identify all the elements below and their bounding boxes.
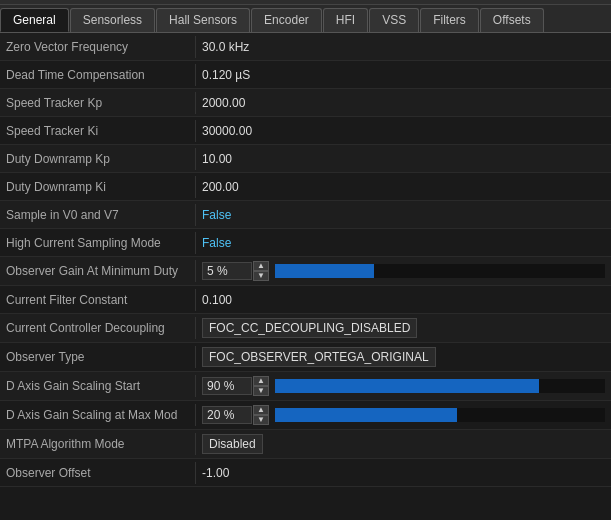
progress-bar-container bbox=[275, 408, 605, 422]
tab-filters[interactable]: Filters bbox=[420, 8, 479, 32]
row-label: D Axis Gain Scaling at Max Mod bbox=[0, 404, 196, 426]
table-row: Speed Tracker Ki30000.00 bbox=[0, 117, 611, 145]
row-value: 10.00 bbox=[202, 152, 232, 166]
row-value: -1.00 bbox=[202, 466, 229, 480]
spinner-value[interactable]: 20 % bbox=[202, 406, 252, 424]
row-label: Current Filter Constant bbox=[0, 289, 196, 311]
spinner-wrapper: 5 %▲▼ bbox=[202, 261, 605, 281]
row-value: 30000.00 bbox=[202, 124, 252, 138]
row-label: Sample in V0 and V7 bbox=[0, 204, 196, 226]
tab-bar: GeneralSensorlessHall SensorsEncoderHFIV… bbox=[0, 5, 611, 33]
progress-bar-container bbox=[275, 379, 605, 393]
row-value-cell: -1.00 bbox=[196, 462, 611, 484]
table-row: Zero Vector Frequency30.0 kHz bbox=[0, 33, 611, 61]
row-value: 0.100 bbox=[202, 293, 232, 307]
row-label: Speed Tracker Kp bbox=[0, 92, 196, 114]
row-value-cell: FOC_CC_DECOUPLING_DISABLED bbox=[196, 314, 611, 342]
tab-offsets[interactable]: Offsets bbox=[480, 8, 544, 32]
row-value[interactable]: False bbox=[202, 208, 231, 222]
row-label: Observer Type bbox=[0, 346, 196, 368]
spinner-up-button[interactable]: ▲ bbox=[253, 261, 269, 271]
table-row: Dead Time Compensation0.120 µS bbox=[0, 61, 611, 89]
progress-bar-fill bbox=[275, 264, 374, 278]
spinner-up-button[interactable]: ▲ bbox=[253, 376, 269, 386]
spinner-up-button[interactable]: ▲ bbox=[253, 405, 269, 415]
row-value: 200.00 bbox=[202, 180, 239, 194]
tab-general[interactable]: General bbox=[0, 8, 69, 32]
content-area: Zero Vector Frequency30.0 kHzDead Time C… bbox=[0, 33, 611, 487]
row-value-cell: 30000.00 bbox=[196, 120, 611, 142]
tab-sensorless[interactable]: Sensorless bbox=[70, 8, 155, 32]
row-value-cell: 0.120 µS bbox=[196, 64, 611, 86]
row-value-cell: FOC_OBSERVER_ORTEGA_ORIGINAL bbox=[196, 343, 611, 371]
row-value: 30.0 kHz bbox=[202, 40, 249, 54]
spinner-buttons: ▲▼ bbox=[253, 376, 269, 396]
progress-bar-fill bbox=[275, 379, 539, 393]
row-value-cell: 5 %▲▼ bbox=[196, 257, 611, 285]
table-row: D Axis Gain Scaling at Max Mod20 %▲▼ bbox=[0, 401, 611, 430]
row-value-cell: 10.00 bbox=[196, 148, 611, 170]
table-row: Duty Downramp Kp10.00 bbox=[0, 145, 611, 173]
row-label: Current Controller Decoupling bbox=[0, 317, 196, 339]
table-row: Speed Tracker Kp2000.00 bbox=[0, 89, 611, 117]
row-value-cell: 0.100 bbox=[196, 289, 611, 311]
row-label: Observer Offset bbox=[0, 462, 196, 484]
spinner-down-button[interactable]: ▼ bbox=[253, 415, 269, 425]
row-value: 2000.00 bbox=[202, 96, 245, 110]
table-row: Current Filter Constant0.100 bbox=[0, 286, 611, 314]
table-row: D Axis Gain Scaling Start90 %▲▼ bbox=[0, 372, 611, 401]
spinner-value[interactable]: 90 % bbox=[202, 377, 252, 395]
progress-bar-container bbox=[275, 264, 605, 278]
row-value-cell: 200.00 bbox=[196, 176, 611, 198]
row-value-cell: False bbox=[196, 204, 611, 226]
spinner-value[interactable]: 5 % bbox=[202, 262, 252, 280]
progress-bar-fill bbox=[275, 408, 457, 422]
row-value-cell: 90 %▲▼ bbox=[196, 372, 611, 400]
row-label: Zero Vector Frequency bbox=[0, 36, 196, 58]
spinner-down-button[interactable]: ▼ bbox=[253, 386, 269, 396]
row-label: High Current Sampling Mode bbox=[0, 232, 196, 254]
row-label: D Axis Gain Scaling Start bbox=[0, 375, 196, 397]
table-row: Duty Downramp Ki200.00 bbox=[0, 173, 611, 201]
tab-encoder[interactable]: Encoder bbox=[251, 8, 322, 32]
table-row: Observer TypeFOC_OBSERVER_ORTEGA_ORIGINA… bbox=[0, 343, 611, 372]
tab-hall-sensors[interactable]: Hall Sensors bbox=[156, 8, 250, 32]
row-value[interactable]: False bbox=[202, 236, 231, 250]
tab-vss[interactable]: VSS bbox=[369, 8, 419, 32]
spinner-wrapper: 90 %▲▼ bbox=[202, 376, 605, 396]
row-label: Observer Gain At Minimum Duty bbox=[0, 260, 196, 282]
table-row: Observer Gain At Minimum Duty5 %▲▼ bbox=[0, 257, 611, 286]
row-value-cell: 30.0 kHz bbox=[196, 36, 611, 58]
row-label: MTPA Algorithm Mode bbox=[0, 433, 196, 455]
row-value-cell: False bbox=[196, 232, 611, 254]
row-label: Duty Downramp Ki bbox=[0, 176, 196, 198]
select-value[interactable]: Disabled bbox=[202, 434, 263, 454]
table-row: Current Controller DecouplingFOC_CC_DECO… bbox=[0, 314, 611, 343]
row-label: Dead Time Compensation bbox=[0, 64, 196, 86]
table-row: High Current Sampling ModeFalse bbox=[0, 229, 611, 257]
row-label: Speed Tracker Ki bbox=[0, 120, 196, 142]
row-value: 0.120 µS bbox=[202, 68, 250, 82]
row-value-cell: Disabled bbox=[196, 430, 611, 458]
table-row: Observer Offset-1.00 bbox=[0, 459, 611, 487]
table-row: Sample in V0 and V7False bbox=[0, 201, 611, 229]
table-row: MTPA Algorithm ModeDisabled bbox=[0, 430, 611, 459]
spinner-buttons: ▲▼ bbox=[253, 405, 269, 425]
spinner-buttons: ▲▼ bbox=[253, 261, 269, 281]
row-value-cell: 20 %▲▼ bbox=[196, 401, 611, 429]
spinner-wrapper: 20 %▲▼ bbox=[202, 405, 605, 425]
tab-hfi[interactable]: HFI bbox=[323, 8, 368, 32]
row-value-cell: 2000.00 bbox=[196, 92, 611, 114]
dropdown-value[interactable]: FOC_CC_DECOUPLING_DISABLED bbox=[202, 318, 417, 338]
row-label: Duty Downramp Kp bbox=[0, 148, 196, 170]
dropdown-value[interactable]: FOC_OBSERVER_ORTEGA_ORIGINAL bbox=[202, 347, 436, 367]
spinner-down-button[interactable]: ▼ bbox=[253, 271, 269, 281]
